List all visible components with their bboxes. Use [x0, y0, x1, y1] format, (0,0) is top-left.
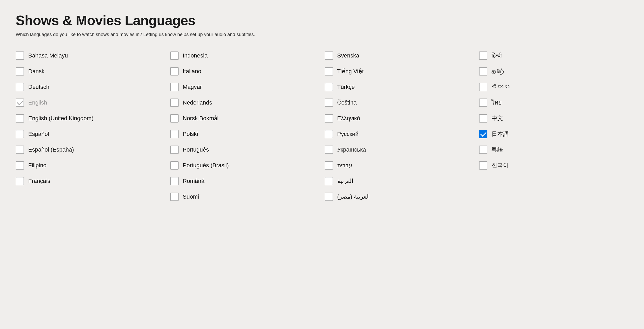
language-label-espanol-espana: Español (España) [28, 146, 74, 154]
language-item-portugues[interactable]: Português [170, 142, 320, 158]
checkbox-tamil[interactable] [479, 67, 487, 76]
language-item-espanol[interactable]: Español [16, 126, 165, 142]
language-item-tieng-viet[interactable]: Tiếng Việt [325, 64, 474, 79]
column-col2: IndonesiaItalianoMagyarNederlandsNorsk B… [170, 48, 320, 205]
language-label-ivrit: עברית [337, 162, 352, 169]
language-item-magyar[interactable]: Magyar [170, 79, 320, 95]
language-label-espanol: Español [28, 130, 49, 138]
language-item-dansk[interactable]: Dansk [16, 64, 165, 79]
language-item-arabiya[interactable]: العربية [325, 173, 474, 189]
language-item-francais[interactable]: Français [16, 173, 165, 189]
language-item-english-uk[interactable]: English (United Kingdom) [16, 111, 165, 126]
language-label-yue-yu: 粵語 [492, 146, 503, 154]
checkbox-portugues[interactable] [170, 146, 179, 154]
language-item-telugu[interactable]: తెలుగు [479, 79, 628, 95]
language-label-dansk: Dansk [28, 68, 44, 75]
language-label-turkce: Türkçe [337, 83, 355, 91]
language-label-cestina: Čeština [337, 99, 357, 107]
language-item-romana[interactable]: Română [170, 173, 320, 189]
checkbox-bahasa-melayu[interactable] [16, 51, 24, 60]
language-item-polski[interactable]: Polski [170, 126, 320, 142]
language-label-english-uk: English (United Kingdom) [28, 115, 93, 122]
checkbox-polski[interactable] [170, 130, 179, 138]
language-label-thai: ไทย [492, 99, 502, 107]
language-item-norsk-bokmal[interactable]: Norsk Bokmål [170, 111, 320, 126]
language-item-indonesia[interactable]: Indonesia [170, 48, 320, 64]
checkbox-ivrit[interactable] [325, 161, 333, 170]
language-item-portugues-brasil[interactable]: Português (Brasil) [170, 158, 320, 173]
language-label-portugues: Português [183, 146, 209, 154]
language-label-francais: Français [28, 177, 50, 185]
language-item-ivrit[interactable]: עברית [325, 158, 474, 173]
checkbox-ellinika[interactable] [325, 114, 333, 123]
language-item-arabiya-masr[interactable]: العربية (مصر) [325, 189, 474, 205]
checkbox-hangugeo[interactable] [479, 161, 487, 170]
language-label-polski: Polski [183, 130, 198, 138]
checkbox-indonesia[interactable] [170, 51, 179, 60]
language-item-english[interactable]: English [16, 95, 165, 111]
checkbox-ukrayinska[interactable] [325, 146, 333, 154]
checkbox-thai[interactable] [479, 99, 487, 107]
checkbox-magyar[interactable] [170, 83, 179, 91]
checkbox-deutsch[interactable] [16, 83, 24, 91]
checkbox-english-uk[interactable] [16, 114, 24, 123]
language-item-deutsch[interactable]: Deutsch [16, 79, 165, 95]
language-item-thai[interactable]: ไทย [479, 95, 628, 111]
language-label-deutsch: Deutsch [28, 83, 49, 91]
checkbox-nihongo[interactable] [479, 130, 487, 138]
checkbox-francais[interactable] [16, 177, 24, 185]
checkbox-italiano[interactable] [170, 67, 179, 76]
language-item-russkiy[interactable]: Русский [325, 126, 474, 142]
checkbox-portugues-brasil[interactable] [170, 161, 179, 170]
language-item-ellinika[interactable]: Ελληνικά [325, 111, 474, 126]
checkbox-russkiy[interactable] [325, 130, 333, 138]
checkbox-romana[interactable] [170, 177, 179, 185]
language-item-bahasa-melayu[interactable]: Bahasa Melayu [16, 48, 165, 64]
language-item-hindi[interactable]: हिन्दी [479, 48, 628, 64]
language-label-italiano: Italiano [183, 68, 201, 75]
checkbox-zhongwen[interactable] [479, 114, 487, 123]
language-item-nederlands[interactable]: Nederlands [170, 95, 320, 111]
language-item-cestina[interactable]: Čeština [325, 95, 474, 111]
language-label-english: English [28, 99, 47, 107]
language-item-yue-yu[interactable]: 粵語 [479, 142, 628, 158]
language-label-zhongwen: 中文 [492, 115, 503, 122]
language-item-svenska[interactable]: Svenska [325, 48, 474, 64]
checkbox-tieng-viet[interactable] [325, 67, 333, 76]
column-col1: Bahasa MelayuDanskDeutschEnglishEnglish … [16, 48, 165, 205]
language-label-svenska: Svenska [337, 52, 359, 60]
checkbox-espanol[interactable] [16, 130, 24, 138]
language-item-ukrayinska[interactable]: Українська [325, 142, 474, 158]
checkbox-english[interactable] [16, 99, 24, 107]
language-item-hangugeo[interactable]: 한국어 [479, 158, 628, 173]
language-label-portugues-brasil: Português (Brasil) [183, 162, 229, 169]
language-item-zhongwen[interactable]: 中文 [479, 111, 628, 126]
checkbox-filipino[interactable] [16, 161, 24, 170]
checkbox-arabiya[interactable] [325, 177, 333, 185]
checkbox-dansk[interactable] [16, 67, 24, 76]
language-item-turkce[interactable]: Türkçe [325, 79, 474, 95]
language-item-nihongo[interactable]: 日本語 [479, 126, 628, 142]
checkbox-telugu[interactable] [479, 83, 487, 91]
language-item-espanol-espana[interactable]: Español (España) [16, 142, 165, 158]
language-item-filipino[interactable]: Filipino [16, 158, 165, 173]
language-item-italiano[interactable]: Italiano [170, 64, 320, 79]
checkbox-cestina[interactable] [325, 99, 333, 107]
checkbox-arabiya-masr[interactable] [325, 193, 333, 201]
checkbox-svenska[interactable] [325, 51, 333, 60]
language-label-bahasa-melayu: Bahasa Melayu [28, 52, 68, 60]
language-item-suomi[interactable]: Suomi [170, 189, 320, 205]
language-label-arabiya: العربية [337, 177, 353, 185]
language-item-tamil[interactable]: தமிழ் [479, 64, 628, 79]
language-label-ellinika: Ελληνικά [337, 115, 360, 122]
language-label-russkiy: Русский [337, 130, 359, 138]
checkbox-suomi[interactable] [170, 193, 179, 201]
checkbox-espanol-espana[interactable] [16, 146, 24, 154]
checkbox-nederlands[interactable] [170, 99, 179, 107]
page-subtitle: Which languages do you like to watch sho… [16, 32, 628, 37]
checkbox-yue-yu[interactable] [479, 146, 487, 154]
language-label-tamil: தமிழ் [492, 68, 504, 75]
checkbox-turkce[interactable] [325, 83, 333, 91]
checkbox-norsk-bokmal[interactable] [170, 114, 179, 123]
checkbox-hindi[interactable] [479, 51, 487, 60]
